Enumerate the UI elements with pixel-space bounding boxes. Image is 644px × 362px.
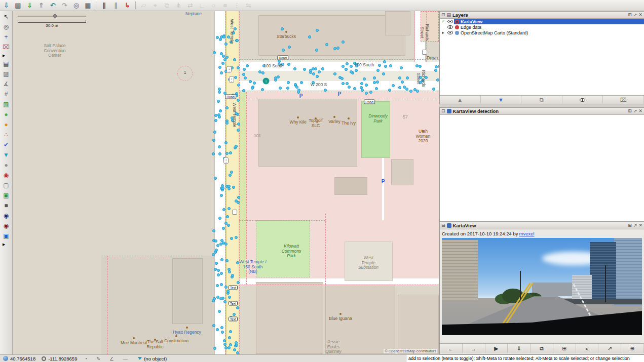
photo-point[interactable] — [224, 141, 228, 144]
sidebar-expander-bottom[interactable]: ▶ — [2, 242, 11, 247]
map-small-sign[interactable] — [422, 50, 427, 55]
preferences-button[interactable]: ▦ — [83, 1, 93, 10]
mirror-button[interactable]: ⇋ — [243, 1, 254, 10]
kartaview-plugin-button[interactable]: ◉ — [2, 212, 11, 220]
photo-point[interactable] — [384, 65, 387, 68]
streetview-plugin-button[interactable]: ▣ — [2, 232, 11, 240]
photo-point[interactable] — [342, 41, 345, 44]
photo-point[interactable] — [388, 89, 391, 92]
photo-point[interactable] — [242, 73, 245, 76]
photo-point[interactable] — [235, 145, 238, 148]
photo-point[interactable] — [237, 196, 240, 199]
delete-tool-button[interactable]: ⌧ — [2, 43, 11, 51]
wireframe-toggle-button[interactable]: ∥ — [99, 1, 109, 10]
photo-point[interactable] — [225, 106, 229, 109]
improve-way-button[interactable]: ⌖ — [150, 1, 161, 10]
orthogonalize-button[interactable]: ∟ — [197, 1, 207, 10]
undo-button[interactable]: ↶ — [48, 1, 58, 10]
photo-point[interactable] — [224, 43, 228, 46]
doc-add-button[interactable]: ▣ — [2, 191, 11, 199]
panel-doc-button[interactable]: ▢ — [2, 181, 11, 189]
photo-point[interactable] — [220, 326, 223, 329]
photo-point[interactable] — [225, 122, 229, 125]
layer-row[interactable]: Edge data — [440, 24, 644, 30]
next-photo-button[interactable]: → — [463, 344, 485, 353]
duplicate-layer-button[interactable]: ⧉ — [521, 96, 562, 104]
photo-point[interactable] — [236, 351, 239, 354]
photo-point[interactable] — [237, 123, 240, 126]
photo-point[interactable] — [214, 114, 217, 117]
photo-point[interactable] — [261, 88, 264, 91]
photo-point[interactable] — [406, 76, 409, 79]
validate-button[interactable]: ✔ — [2, 141, 11, 149]
close-icon[interactable]: ✕ — [638, 109, 642, 113]
map-note-text-sign[interactable]: Text — [229, 286, 238, 290]
photo-point[interactable] — [253, 82, 256, 85]
traffic-signal-icon[interactable]: ⋮ — [223, 157, 229, 164]
close-icon[interactable]: ✕ — [638, 223, 642, 228]
delete-layer-button[interactable]: ⌧ — [603, 96, 644, 104]
photo-author-link[interactable]: mvexel — [519, 231, 535, 236]
layout-button[interactable]: ⊞ — [553, 344, 576, 353]
photo-point[interactable] — [226, 290, 230, 293]
photo-point[interactable] — [222, 227, 225, 230]
share-button[interactable]: < — [576, 344, 599, 353]
photo-point[interactable] — [218, 310, 221, 313]
photo-point[interactable] — [419, 65, 422, 68]
photo-point[interactable] — [294, 83, 297, 86]
relation-tool-button[interactable]: # — [2, 90, 11, 98]
photo-point[interactable] — [217, 273, 220, 276]
photo-point[interactable] — [346, 82, 349, 85]
map-small-sign[interactable] — [232, 210, 237, 215]
layer-row[interactable]: ✓KartaView — [440, 19, 644, 24]
collapse-icon[interactable]: ⊟ — [441, 223, 445, 228]
photo-point[interactable] — [216, 328, 219, 331]
gps-plugin-button[interactable]: ● — [2, 161, 11, 169]
doc-dark-button[interactable]: ■ — [2, 202, 11, 210]
paint-style-button[interactable]: ▨ — [2, 70, 11, 78]
photo-point[interactable] — [217, 100, 220, 103]
photo-point[interactable] — [415, 64, 419, 67]
zoom-slider-handle[interactable] — [53, 14, 57, 18]
photo-point[interactable] — [222, 208, 225, 211]
map-note-road-sign[interactable]: Road — [225, 95, 236, 99]
imagery-plugin-button[interactable]: ▧ — [2, 100, 11, 108]
zoom-tool-button[interactable]: ◎ — [2, 23, 11, 31]
filter-button[interactable]: ▼ — [2, 151, 11, 159]
pin-plugin-button[interactable]: ◉ — [2, 171, 11, 179]
photo-point[interactable] — [222, 55, 225, 58]
previous-photo-button[interactable]: ← — [440, 344, 463, 353]
photo-plugin-button[interactable]: ● — [2, 120, 11, 129]
photo-point[interactable] — [220, 52, 223, 55]
photo-direction-button[interactable]: ↗ — [598, 344, 621, 353]
mapilio-plugin-button[interactable]: ◉ — [2, 222, 11, 230]
photo-point[interactable] — [237, 84, 240, 87]
photo-point[interactable] — [237, 66, 240, 69]
dock-icon[interactable]: ⊞ — [628, 223, 632, 228]
photo-point[interactable] — [233, 348, 236, 351]
save-button[interactable]: ▤ — [13, 1, 23, 10]
layer-row[interactable]: ▸OpenStreetMap Carto (Standard) — [440, 30, 644, 35]
download-sequence-button[interactable]: ⇓ — [508, 344, 531, 353]
photo-point[interactable] — [222, 35, 225, 38]
photo-point[interactable] — [373, 81, 376, 84]
photo-point[interactable] — [314, 67, 317, 70]
collapse-icon[interactable]: ⊟ — [441, 13, 445, 17]
visibility-eye-icon[interactable] — [447, 20, 453, 23]
dock-icon[interactable]: ⊞ — [628, 109, 632, 113]
collapse-icon[interactable]: ⊟ — [441, 109, 445, 113]
play-sequence-button[interactable]: ▶ — [485, 344, 508, 353]
photo-point[interactable] — [282, 49, 285, 52]
map-note-road-sign[interactable]: Road — [364, 100, 375, 104]
photo-point[interactable] — [218, 217, 221, 220]
photo-point[interactable] — [432, 88, 435, 91]
photo-point[interactable] — [213, 131, 216, 134]
photo-point[interactable] — [222, 242, 225, 245]
photo-point[interactable] — [360, 86, 363, 89]
follow-line-button[interactable]: ↳ — [122, 1, 133, 10]
close-icon[interactable]: ✕ — [638, 13, 642, 17]
photo-point[interactable] — [213, 297, 216, 300]
open-in-browser-button[interactable]: ⊕ — [621, 344, 644, 353]
sidebar-expander-top[interactable]: ▶ — [2, 53, 11, 58]
notes-plugin-button[interactable]: ∴ — [2, 131, 11, 139]
